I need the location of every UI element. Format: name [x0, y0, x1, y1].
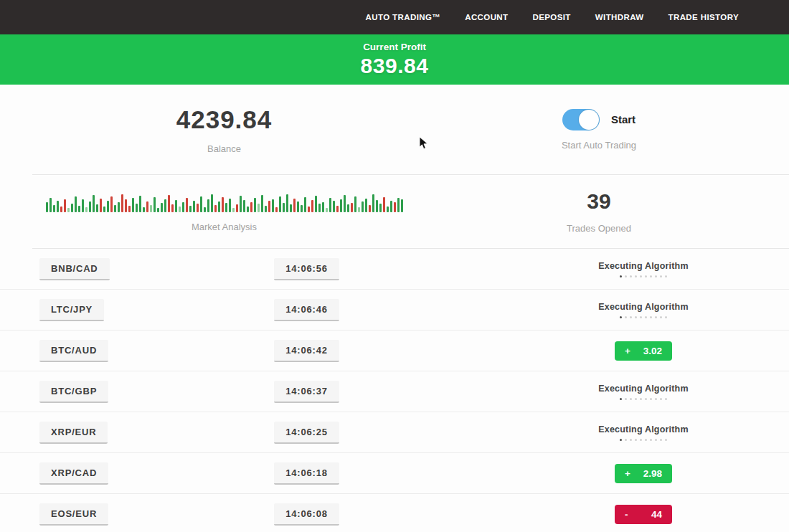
trade-row: EOS/EUR 14:06:08 -44	[0, 494, 789, 532]
trade-row: XRP/EUR 14:06:25 Executing Algorithm	[0, 412, 789, 453]
trade-row: LTC/JPY 14:06:46 Executing Algorithm	[0, 290, 789, 331]
auto-trading-block: Start Start Auto Trading	[448, 85, 750, 174]
nav-item-withdraw[interactable]: WITHDRAW	[595, 13, 644, 22]
nav-item-trade-history[interactable]: TRADE HISTORY	[668, 13, 740, 22]
executing-algorithm-label: Executing Algorithm	[598, 261, 689, 271]
time-badge: 14:06:08	[274, 503, 339, 526]
nav-item-account[interactable]: ACCOUNT	[465, 13, 508, 22]
pair-badge: BTC/AUD	[39, 340, 108, 362]
market-analysis-block: Market Analysis	[0, 175, 448, 248]
trades-opened-value: 39	[587, 189, 610, 214]
current-profit-banner: Current Profit 839.84	[0, 34, 789, 85]
pair-badge: BTC/GBP	[39, 381, 108, 403]
auto-trading-caption: Start Auto Trading	[562, 140, 636, 151]
top-nav: AUTO TRADING™ ACCOUNT DEPOSIT WITHDRAW T…	[0, 0, 789, 34]
pair-badge: EOS/EUR	[39, 503, 108, 526]
pair-badge: XRP/EUR	[39, 422, 108, 444]
stats-row-balance: 4239.84 Balance Start Start Auto Trading	[0, 85, 789, 174]
trade-status: Executing Algorithm	[498, 261, 789, 277]
pair-badge: LTC/JPY	[39, 299, 104, 321]
loader-dots	[620, 275, 667, 277]
executing-algorithm-label: Executing Algorithm	[598, 424, 689, 434]
auto-trading-toggle[interactable]	[562, 109, 600, 130]
executing-algorithm-label: Executing Algorithm	[598, 384, 689, 394]
current-profit-value: 839.84	[361, 54, 429, 78]
trade-row: XRP/CAD 14:06:18 +2.98	[0, 453, 789, 494]
current-profit-label: Current Profit	[363, 42, 426, 52]
toggle-start-label: Start	[611, 113, 636, 125]
balance-block: 4239.84 Balance	[0, 85, 448, 174]
balance-value: 4239.84	[176, 105, 273, 134]
stats-row-market: Market Analysis 39 Trades Opened	[0, 175, 789, 248]
pair-badge: XRP/CAD	[39, 462, 108, 485]
trade-row: BTC/GBP 14:06:37 Executing Algorithm	[0, 371, 789, 412]
trade-status: Executing Algorithm	[498, 384, 789, 400]
time-badge: 14:06:42	[274, 340, 339, 362]
nav-item-auto-trading[interactable]: AUTO TRADING™	[366, 13, 441, 22]
balance-label: Balance	[207, 143, 241, 154]
loader-dots	[620, 439, 667, 441]
market-analysis-chart	[46, 191, 403, 212]
trade-status: -44	[498, 505, 789, 524]
pair-badge: BNB/CAD	[39, 258, 110, 280]
executing-algorithm-label: Executing Algorithm	[598, 302, 689, 312]
trade-status: Executing Algorithm	[498, 424, 789, 441]
trades-opened-label: Trades Opened	[567, 223, 631, 234]
time-badge: 14:06:25	[274, 422, 339, 444]
time-badge: 14:06:18	[274, 462, 339, 485]
trade-row: BTC/AUD 14:06:42 +3.02	[0, 331, 789, 371]
toggle-knob	[579, 110, 599, 130]
nav-item-deposit[interactable]: DEPOSIT	[533, 13, 571, 22]
profit-badge: +3.02	[615, 341, 672, 361]
loader-dots	[620, 398, 667, 400]
time-badge: 14:06:37	[274, 381, 339, 403]
trade-status: Executing Algorithm	[498, 302, 789, 318]
trades-opened-block: 39 Trades Opened	[448, 175, 750, 248]
profit-badge: +2.98	[615, 464, 672, 483]
trade-status: +2.98	[498, 464, 789, 483]
loss-badge: -44	[615, 505, 672, 524]
time-badge: 14:06:46	[274, 299, 339, 321]
loader-dots	[620, 316, 667, 318]
time-badge: 14:06:56	[274, 258, 339, 280]
trade-status: +3.02	[498, 341, 789, 361]
trade-row: BNB/CAD 14:06:56 Executing Algorithm	[0, 249, 789, 290]
market-analysis-label: Market Analysis	[192, 222, 257, 232]
trade-list: BNB/CAD 14:06:56 Executing Algorithm LTC…	[0, 249, 789, 532]
